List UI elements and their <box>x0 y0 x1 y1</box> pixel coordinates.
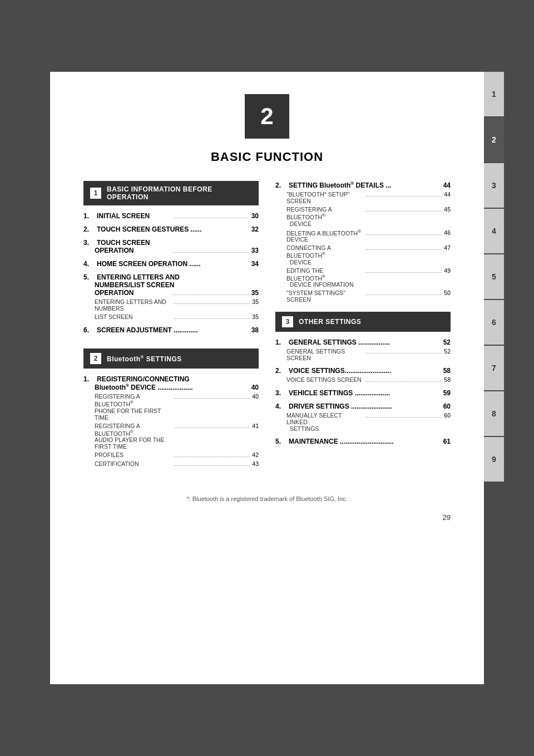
toc-entry-general: 1. GENERAL SETTINGS ................. 52… <box>275 338 451 361</box>
toc-label-general: GENERAL SETTINGS ................. <box>289 338 443 346</box>
toc-num-driver: 4. <box>275 402 285 410</box>
toc-sub-page-conn-bt: 47 <box>444 244 451 251</box>
toc-label-reg: REGISTERING/CONNECTING <box>97 375 259 383</box>
toc-label-touch-operation: TOUCH SCREEN <box>97 239 259 247</box>
toc-sub-dots-voice-screen <box>365 381 442 382</box>
toc-label-vehicle: VEHICLE SETTINGS ................... <box>289 389 443 397</box>
toc-sub-dots-letters <box>174 303 250 304</box>
side-tab-7[interactable]: 7 <box>484 346 504 390</box>
toc-num-1: 1. <box>83 212 93 220</box>
toc-sub-dots-bt-setup <box>365 196 442 197</box>
toc-num-vehicle: 3. <box>275 389 285 397</box>
toc-label-touch-gestures: TOUCH SCREEN GESTURES ...... <box>97 225 249 233</box>
chapter-title: BASIC FUNCTION <box>83 150 451 164</box>
toc-entry-initial-screen: 1. INITIAL SCREEN 30 <box>83 212 259 220</box>
toc-entry-bt-details: 2. SETTING Bluetooth® DETAILS ... 44 "Bl… <box>275 181 451 303</box>
toc-num-bt-details: 2. <box>275 181 285 189</box>
side-tab-3[interactable]: 3 <box>484 163 504 208</box>
toc-sub-dots-del-bt <box>365 234 442 235</box>
toc-entry-touch-operation: 3. TOUCH SCREEN OPERATION 33 <box>83 239 259 254</box>
toc-sub-label-del-bt: DELETING A Bluetooth® DEVICE <box>286 229 363 243</box>
toc-page-bt-details: 44 <box>443 181 451 189</box>
toc-sub-label-manually: MANUALLY SELECT LINKED SETTINGS <box>286 412 363 432</box>
toc-entry-entering-letters: 5. ENTERING LETTERS AND NUMBERS/LIST SCR… <box>83 273 259 321</box>
toc-sub-dots-reg-bt <box>365 211 442 212</box>
side-tab-9[interactable]: 9 <box>484 437 504 482</box>
section3-number: 3 <box>282 316 293 327</box>
toc-sub-cert: CERTIFICATION 43 <box>83 460 259 468</box>
toc-sub-label-bt-setup: "Bluetooth* Setup" SCREEN <box>286 191 363 204</box>
toc-dots-1 <box>174 218 249 218</box>
toc-sub-dots-sys-settings <box>365 294 442 295</box>
toc-sub-profiles: PROFILES 42 <box>83 451 259 459</box>
toc-sub-general-screen: GENERAL SETTINGS SCREEN 52 <box>275 348 451 361</box>
toc-sub-page-voice-screen: 58 <box>444 376 451 383</box>
side-tab-4[interactable]: 4 <box>484 209 504 253</box>
toc-sub-label-edit-bt: EDITING THE Bluetooth® DEVICE INFORMATIO… <box>286 267 363 288</box>
toc-label-bt-details: SETTING Bluetooth® DETAILS ... <box>289 181 441 189</box>
toc-page-voice: 58 <box>443 367 451 375</box>
toc-num-general: 1. <box>275 338 285 346</box>
side-tabs: 1 2 3 4 5 6 7 8 9 <box>484 72 504 483</box>
side-tab-5[interactable]: 5 <box>484 254 504 299</box>
side-tab-2[interactable]: 2 <box>484 117 504 162</box>
toc-sub-dots-profiles <box>174 456 250 457</box>
toc-sub-label-phone: REGISTERING A Bluetooth®PHONE FOR THE FI… <box>95 393 171 421</box>
toc-sub-label-reg-bt: REGISTERING A Bluetooth® DEVICE <box>286 206 363 227</box>
toc-sub-label-letters: ENTERING LETTERS AND NUMBERS <box>95 298 171 312</box>
toc-sub-dots-edit-bt <box>365 272 442 273</box>
toc-sub-page-cert: 43 <box>252 460 259 467</box>
toc-sub-page-bt-setup: 44 <box>444 191 451 198</box>
toc-label-entering-3: OPERATION <box>95 289 171 297</box>
toc-page-driver: 60 <box>443 402 451 410</box>
toc-sub-del-bt: DELETING A Bluetooth® DEVICE 46 <box>275 229 451 243</box>
toc-entry-touch-gestures: 2. TOUCH SCREEN GESTURES ...... 32 <box>83 225 259 233</box>
toc-sub-label-audio: REGISTERING A Bluetooth®AUDIO PLAYER FOR… <box>95 423 171 450</box>
toc-sub-entering-letters: ENTERING LETTERS AND NUMBERS 35 <box>83 298 259 312</box>
toc-sub-manually: MANUALLY SELECT LINKED SETTINGS 60 <box>275 412 451 432</box>
toc-num-5: 5. <box>83 273 93 281</box>
side-tab-8[interactable]: 8 <box>484 391 504 436</box>
toc-sub-bt-setup: "Bluetooth* Setup" SCREEN 44 <box>275 191 451 204</box>
toc-sub-page-general-screen: 52 <box>444 348 451 355</box>
toc-sub-label-cert: CERTIFICATION <box>95 460 171 467</box>
toc-sub-dots-conn-bt <box>365 249 442 250</box>
footer-note: *: Bluetooth is a registered trademark o… <box>83 495 451 502</box>
toc-sub-page-del-bt: 46 <box>444 229 451 236</box>
toc-label-entering-2: NUMBERS/LIST SCREEN <box>95 281 174 289</box>
toc-entry-maintenance: 5. MAINTENANCE .........................… <box>275 438 451 445</box>
toc-label-screen-adj: SCREEN ADJUSTMENT ............. <box>97 326 249 334</box>
section1-header: 1 BASIC INFORMATION BEFORE OPERATION <box>83 181 259 205</box>
toc-sub-sys-settings: "System Settings" SCREEN 50 <box>275 289 451 303</box>
toc-sub-label-general-screen: GENERAL SETTINGS SCREEN <box>286 348 363 361</box>
toc-sub-edit-bt: EDITING THE Bluetooth® DEVICE INFORMATIO… <box>275 267 451 288</box>
toc-label-maint: MAINTENANCE ............................… <box>289 438 443 445</box>
content-columns: 1 BASIC INFORMATION BEFORE OPERATION 1. … <box>83 181 451 473</box>
toc-page-4: 34 <box>251 260 259 268</box>
toc-sub-label-sys-settings: "System Settings" SCREEN <box>286 289 363 303</box>
toc-sub-phone: REGISTERING A Bluetooth®PHONE FOR THE FI… <box>83 393 259 421</box>
left-column: 1 BASIC INFORMATION BEFORE OPERATION 1. … <box>83 181 259 473</box>
toc-sub-label-conn-bt: CONNECTING A Bluetooth® DEVICE <box>286 244 363 266</box>
side-tab-6[interactable]: 6 <box>484 300 504 345</box>
toc-sub-voice-screen: VOICE SETTINGS SCREEN 58 <box>275 376 451 384</box>
toc-sub-conn-bt: CONNECTING A Bluetooth® DEVICE 47 <box>275 244 451 266</box>
section2-header: 2 Bluetooth® SETTINGS <box>83 348 259 369</box>
section3-title: OTHER SETTINGS <box>299 318 361 326</box>
toc-entry-screen-adj: 6. SCREEN ADJUSTMENT ............. 38 <box>83 326 259 334</box>
toc-page-3: 33 <box>251 247 259 254</box>
toc-label-voice: VOICE SETTINGS......................... <box>289 367 443 375</box>
page-number: 29 <box>83 513 451 522</box>
side-tab-1[interactable]: 1 <box>484 72 504 116</box>
section1-number: 1 <box>90 188 101 199</box>
toc-dots-5 <box>173 294 249 295</box>
toc-page-6: 38 <box>251 326 259 334</box>
toc-sub-page-phone: 40 <box>252 393 259 400</box>
toc-sub-dots-manually <box>365 417 442 418</box>
toc-sub-dots-cert <box>174 465 250 466</box>
toc-page-reg: 40 <box>251 384 259 391</box>
toc-num-3: 3. <box>83 239 93 247</box>
toc-sub-dots-list <box>174 318 250 319</box>
right-column: 2. SETTING Bluetooth® DETAILS ... 44 "Bl… <box>275 181 451 473</box>
toc-num-reg: 1. <box>83 375 93 383</box>
